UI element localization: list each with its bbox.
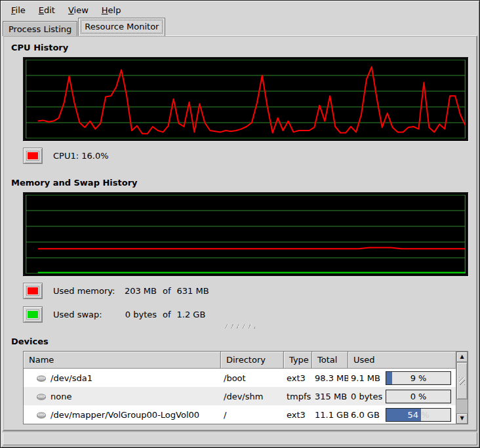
usage-percent-label: 0 % [386, 390, 450, 403]
device-row[interactable]: none /dev/shm tmpfs 315 MB 0 bytes 0 % [24, 387, 456, 405]
swap-usage-label: Used swap:0 bytesof1.2 GB [53, 310, 205, 319]
usage-percent-label-inverse: 54 % [386, 409, 421, 421]
menu-edit[interactable]: Edit [32, 4, 62, 16]
scrollbar-track[interactable] [456, 362, 468, 413]
header-directory[interactable]: Directory [221, 352, 284, 369]
swap-total-value: 1.2 GB [177, 310, 206, 319]
cpu-history-graph [23, 57, 468, 141]
menu-help[interactable]: Help [95, 4, 128, 16]
memory-legend: Used memory:203 MBof631 MB [23, 283, 471, 299]
device-used-cell: 9.1 MB 9 % 9 % [348, 371, 456, 385]
status-bar [3, 432, 477, 445]
swap-label: Used swap: [53, 310, 119, 319]
device-directory: /dev/shm [221, 392, 284, 401]
devices-table-main: Name Directory Type Total Used [24, 352, 456, 424]
device-name-cell: /dev/sda1 [24, 373, 221, 383]
scrollbar-thumb[interactable] [456, 362, 468, 399]
cpu1-color-swatch [27, 152, 39, 160]
device-name: none [50, 392, 71, 401]
tab-resource-monitor-label: Resource Monitor [81, 20, 163, 33]
disk-icon [36, 373, 47, 383]
usage-progress-fill: 9 % [386, 372, 392, 384]
cpu-legend: CPU1: 16.0% [23, 148, 471, 164]
memory-of: of [163, 286, 171, 296]
device-used-cell: 6.0 GB 54 % 54 % [348, 408, 456, 422]
arrow-up-icon: ▲ [460, 354, 464, 359]
device-name-cell: /dev/mapper/VolGroup00-LogVol00 [24, 409, 221, 420]
usage-percent-label: 9 % [386, 372, 450, 384]
header-used[interactable]: Used [348, 352, 456, 369]
device-name-cell: none [24, 391, 221, 401]
memory-total-value: 631 MB [177, 286, 209, 296]
swap-color-button[interactable] [23, 306, 43, 323]
tab-process-listing-label: Process Listing [9, 24, 71, 34]
memory-usage-label: Used memory:203 MBof631 MB [53, 286, 209, 296]
cpu1-usage-label: CPU1: 16.0% [53, 151, 109, 161]
memory-label: Used memory: [53, 286, 119, 296]
header-total[interactable]: Total [312, 352, 348, 369]
disk-icon [36, 409, 47, 420]
swap-color-swatch [27, 310, 39, 319]
device-total: 11.1 GB [312, 410, 348, 420]
scrollbar-grip-icon [459, 377, 465, 385]
scroll-up-button[interactable]: ▲ [456, 352, 468, 362]
usage-percent-label-inverse: 9 % [386, 372, 392, 384]
scroll-down-button[interactable]: ▼ [456, 413, 468, 424]
device-used-cell: 0 bytes 0 % 0 % [348, 390, 456, 403]
header-type[interactable]: Type [284, 352, 312, 369]
device-total: 98.3 MB [312, 373, 348, 383]
device-directory: /boot [221, 373, 284, 383]
swap-used-value: 0 bytes [119, 310, 157, 319]
tab-process-listing[interactable]: Process Listing [3, 21, 77, 36]
memory-color-button[interactable] [23, 283, 43, 299]
resource-monitor-page: CPU History CPU1: 16.0% Memory and Swap … [3, 35, 477, 431]
memory-swap-title: Memory and Swap History [11, 178, 471, 188]
pane-grip-row [9, 324, 471, 329]
device-row[interactable]: /dev/sda1 /boot ext3 98.3 MB 9.1 MB 9 % [24, 369, 456, 387]
device-name: /dev/mapper/VolGroup00-LogVol00 [50, 410, 199, 420]
device-name: /dev/sda1 [50, 373, 92, 383]
device-used: 9.1 MB [351, 373, 380, 383]
devices-table: Name Directory Type Total Used [23, 351, 468, 424]
device-row[interactable]: /dev/mapper/VolGroup00-LogVol00 / ext3 1… [24, 405, 456, 424]
usage-progressbar: 9 % 9 % [386, 371, 451, 385]
device-used: 6.0 GB [351, 410, 380, 420]
device-total: 315 MB [312, 392, 348, 401]
notebook-tabs: Process Listing Resource Monitor [3, 18, 477, 36]
usage-progressbar: 0 % 0 % [386, 390, 451, 403]
memory-swap-graph [23, 192, 468, 276]
devices-table-header: Name Directory Type Total Used [24, 352, 456, 369]
memory-used-value: 203 MB [119, 286, 157, 296]
memory-color-swatch [27, 287, 39, 295]
cpu-history-title: CPU History [11, 43, 471, 52]
disk-icon [36, 391, 47, 401]
device-type: ext3 [284, 373, 312, 383]
device-used: 0 bytes [351, 392, 382, 401]
menu-bar: File Edit View Help [1, 1, 479, 18]
arrow-down-icon: ▼ [460, 416, 464, 421]
tab-resource-monitor[interactable]: Resource Monitor [78, 18, 165, 36]
device-type: ext3 [284, 410, 312, 420]
swap-of: of [163, 310, 171, 319]
menu-file[interactable]: File [5, 4, 32, 16]
device-directory: / [221, 410, 284, 420]
system-monitor-window: File Edit View Help Process Listing Reso… [0, 0, 480, 448]
pane-resize-grip[interactable] [225, 324, 255, 329]
cpu1-color-button[interactable] [23, 148, 43, 164]
devices-title: Devices [11, 336, 471, 346]
menu-view[interactable]: View [62, 4, 95, 16]
devices-scrollbar[interactable]: ▲ ▼ [456, 352, 468, 424]
usage-progress-fill: 54 % [386, 409, 421, 421]
devices-table-body: /dev/sda1 /boot ext3 98.3 MB 9.1 MB 9 % [24, 369, 456, 424]
header-name[interactable]: Name [24, 352, 221, 369]
usage-progressbar: 54 % 54 % [386, 408, 451, 422]
swap-legend: Used swap:0 bytesof1.2 GB [23, 306, 471, 323]
device-type: tmpfs [284, 392, 312, 401]
